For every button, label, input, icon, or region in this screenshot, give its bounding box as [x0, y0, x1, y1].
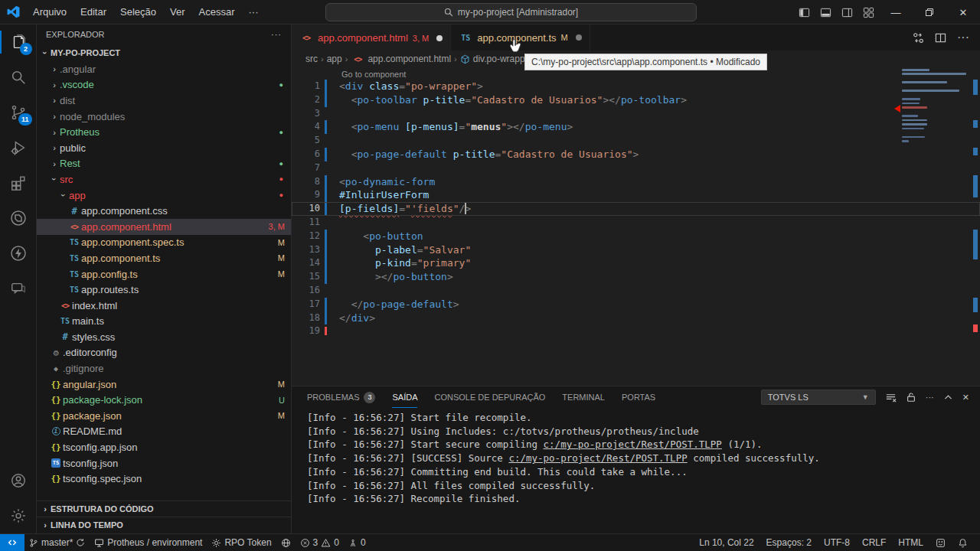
- panel-tab-portas[interactable]: PORTAS: [622, 386, 655, 408]
- tree-item-.editorconfig[interactable]: ⚙.editorconfig: [37, 345, 291, 361]
- toggle-secondary-sidebar-icon[interactable]: [836, 2, 858, 23]
- tree-item-tsconfig.spec.json[interactable]: {}tsconfig.spec.json: [37, 471, 291, 487]
- tree-item-app.routes.ts[interactable]: TSapp.routes.ts: [37, 282, 291, 298]
- status-globe[interactable]: [276, 534, 296, 551]
- panel-tab-sa-da[interactable]: SAÍDA: [392, 386, 417, 408]
- dirty-indicator-icon[interactable]: [576, 34, 582, 41]
- tree-item-package-lock.json[interactable]: {}package-lock.jsonU: [37, 392, 291, 408]
- menu-item-editar[interactable]: Editar: [74, 4, 113, 21]
- search-icon[interactable]: [0, 60, 37, 95]
- tree-item-.vscode[interactable]: ›.vscode●: [37, 77, 291, 93]
- tree-item-.angular[interactable]: ›.angular: [37, 61, 291, 77]
- breadcrumb-item-div.po-wrapper[interactable]: div.po-wrapper: [460, 54, 533, 64]
- menu-item-arquivo[interactable]: Arquivo: [26, 4, 74, 21]
- dirty-indicator-icon[interactable]: [436, 35, 443, 41]
- tree-item-main.ts[interactable]: TSmain.ts: [37, 314, 291, 330]
- tab-app.component.html[interactable]: <>app.component.html3, M: [292, 24, 451, 51]
- status-protheus-environment[interactable]: Protheus / environment: [90, 534, 207, 551]
- open-changes-icon[interactable]: [913, 32, 924, 44]
- tree-item-public[interactable]: ›public: [37, 140, 291, 156]
- status-language-mode[interactable]: HTML: [892, 534, 929, 551]
- output-channel-select[interactable]: TOTVS LS ▼: [761, 390, 876, 405]
- panel-tab-console-de-depura--o[interactable]: CONSOLE DE DEPURAÇÃO: [434, 386, 545, 408]
- extensions-icon[interactable]: [0, 165, 37, 201]
- run-debug-icon[interactable]: [0, 130, 37, 165]
- output-file-link[interactable]: c:/my-po-project/Rest/POST.TLPP: [544, 439, 722, 450]
- menu-item-acessar[interactable]: Acessar: [192, 4, 242, 21]
- status-eol[interactable]: CRLF: [856, 534, 892, 551]
- output-file-link[interactable]: c:/my-po-project/Rest/POST.TLPP: [508, 452, 687, 464]
- customize-layout-icon[interactable]: [858, 2, 879, 23]
- breadcrumb-item-app[interactable]: app: [327, 54, 342, 64]
- line-number: 8: [292, 175, 325, 189]
- status-rpo-token[interactable]: RPO Token: [207, 534, 276, 551]
- line-number: 3: [292, 107, 325, 121]
- clear-output-icon[interactable]: [885, 392, 897, 403]
- settings-icon[interactable]: [0, 498, 37, 533]
- breadcrumb-item-src[interactable]: src: [305, 54, 318, 64]
- project-root-folder[interactable]: › MY-PO-PROJECT: [37, 44, 291, 61]
- panel-more-actions-icon[interactable]: ···: [926, 393, 934, 402]
- git-status-badge: M: [278, 269, 285, 279]
- status-indentation[interactable]: Espaços: 2: [760, 534, 818, 551]
- tree-item-dist[interactable]: ›dist: [37, 93, 291, 109]
- minimap[interactable]: [902, 69, 968, 148]
- panel-tab-problemas[interactable]: PROBLEMAS3: [307, 386, 375, 408]
- code-editor[interactable]: Go to component 1<div class="po-wrapper"…: [292, 67, 980, 410]
- tree-item-index.html[interactable]: <>index.html: [37, 298, 291, 314]
- status-git-branch[interactable]: master*: [24, 534, 90, 551]
- tree-item-package.json[interactable]: {}package.jsonM: [37, 408, 291, 424]
- menu-item-seleo[interactable]: Seleção: [113, 4, 163, 21]
- tree-item-node_modules[interactable]: ›node_modules: [37, 109, 291, 125]
- status-remote[interactable]: [0, 534, 24, 551]
- account-icon[interactable]: [0, 463, 37, 498]
- restore-button[interactable]: [913, 0, 946, 24]
- close-window-button[interactable]: ✕: [946, 0, 980, 24]
- explorer-icon[interactable]: 2: [0, 24, 37, 60]
- minimize-button[interactable]: —: [879, 0, 913, 24]
- tree-item-tsconfig.json[interactable]: TStsconfig.json: [37, 455, 291, 471]
- tree-item-.gitignore[interactable]: ◆.gitignore: [37, 360, 291, 377]
- editor-more-actions-icon[interactable]: ···: [957, 31, 969, 44]
- status-broadcast[interactable]: 0: [344, 534, 371, 551]
- line-number: 9: [292, 188, 325, 202]
- tree-item-app.component.spec.ts[interactable]: TSapp.component.spec.tsM: [37, 235, 291, 251]
- menu-item-ver[interactable]: Ver: [163, 4, 192, 21]
- status-cursor-position[interactable]: Ln 10, Col 22: [693, 534, 760, 551]
- mouse-cursor: [509, 38, 522, 54]
- tree-item-Protheus[interactable]: ›Protheus●: [37, 124, 291, 140]
- tree-item-styles.css[interactable]: #styles.css: [37, 329, 291, 345]
- maximize-panel-icon[interactable]: [943, 393, 953, 403]
- tree-item-app.config.ts[interactable]: TSapp.config.tsM: [37, 266, 291, 282]
- section-linha-do-tempo[interactable]: ›LINHA DO TEMPO: [37, 517, 291, 533]
- status-notifications[interactable]: [952, 534, 974, 551]
- unlock-icon[interactable]: [906, 392, 916, 403]
- close-panel-icon[interactable]: ✕: [962, 393, 969, 403]
- status-problems[interactable]: 30: [296, 534, 344, 551]
- toggle-sidebar-icon[interactable]: [793, 2, 815, 23]
- menu-item-[interactable]: ···: [242, 4, 266, 21]
- status-layout-grid[interactable]: [929, 534, 952, 551]
- chat-icon[interactable]: [0, 271, 37, 306]
- panel-tab-terminal[interactable]: TERMINAL: [562, 386, 605, 408]
- source-control-icon[interactable]: 11: [0, 95, 37, 130]
- totvs-icon[interactable]: [0, 201, 37, 236]
- thunder-client-icon[interactable]: [0, 236, 37, 271]
- tree-item-README.md[interactable]: iREADME.md: [37, 424, 291, 440]
- split-editor-icon[interactable]: [935, 32, 946, 44]
- status-encoding[interactable]: UTF-8: [818, 534, 856, 551]
- section-estrutura-do-c-digo[interactable]: ›ESTRUTURA DO CÓDIGO: [37, 500, 291, 517]
- breadcrumb-item-app.component.html[interactable]: <>app.component.html: [351, 54, 451, 64]
- tree-item-Rest[interactable]: ›Rest●: [37, 156, 291, 172]
- tree-item-app[interactable]: ›app●: [37, 187, 291, 204]
- tree-item-tsconfig.app.json[interactable]: {}tsconfig.app.json: [37, 439, 291, 455]
- toggle-panel-icon[interactable]: [815, 2, 836, 23]
- explorer-more-actions-icon[interactable]: ···: [271, 30, 282, 39]
- json-file-icon: {}: [49, 395, 63, 405]
- tree-item-angular.json[interactable]: {}angular.jsonM: [37, 377, 291, 393]
- tree-item-app.component.html[interactable]: <>app.component.html3, M: [37, 219, 291, 235]
- tree-item-src[interactable]: ›src●: [37, 171, 291, 187]
- command-center-search[interactable]: my-po-project [Administrador]: [325, 3, 697, 21]
- tree-item-app.component.ts[interactable]: TSapp.component.tsM: [37, 250, 291, 266]
- tree-item-app.component.css[interactable]: #app.component.css: [37, 203, 291, 219]
